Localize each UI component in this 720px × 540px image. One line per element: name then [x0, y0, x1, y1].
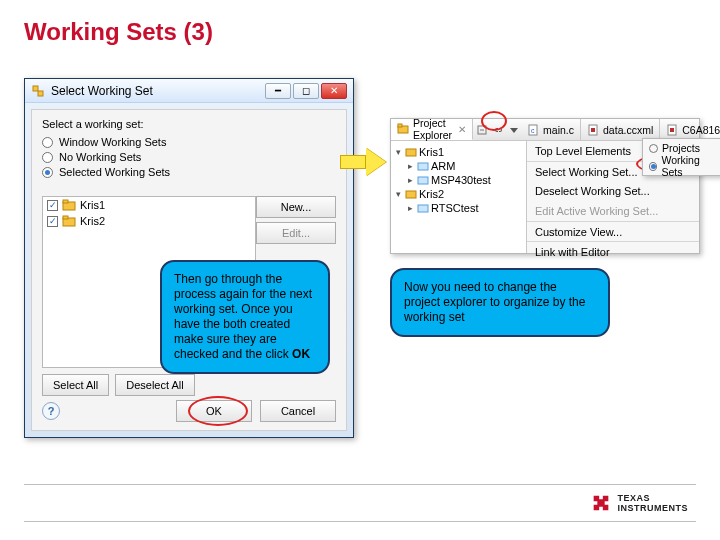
tree-node-kris2[interactable]: ▾ Kris2: [393, 187, 524, 201]
svg-rect-14: [591, 128, 595, 132]
dialog-titlebar: Select Working Set ━ ◻ ✕: [25, 79, 353, 103]
link-editor-icon[interactable]: [491, 123, 505, 137]
callout-left: Then go through the process again for th…: [160, 260, 330, 374]
radio-icon: [649, 144, 658, 153]
svg-text:c: c: [531, 127, 535, 134]
collapse-all-icon[interactable]: [475, 123, 489, 137]
tab-c6a8168-ccxml[interactable]: C6A8168.ccxml: [660, 119, 720, 140]
dialog-title: Select Working Set: [51, 84, 265, 98]
menu-label: Working Sets: [661, 154, 719, 178]
tree-label: MSP430test: [431, 174, 491, 186]
expander-icon[interactable]: ▾: [393, 189, 403, 199]
tree-node-msp430test[interactable]: ▸ MSP430test: [393, 173, 524, 187]
checkbox-icon[interactable]: [47, 200, 58, 211]
ccxml-file-icon: [587, 124, 599, 136]
expander-icon[interactable]: ▸: [405, 203, 415, 213]
radio-window-working-sets[interactable]: Window Working Sets: [42, 136, 336, 148]
c-file-icon: c: [527, 124, 539, 136]
list-item-label: Kris2: [80, 215, 105, 227]
tab-main-c[interactable]: c main.c: [521, 119, 581, 140]
expander-icon[interactable]: ▾: [393, 147, 403, 157]
slide-title: Working Sets (3): [24, 18, 213, 46]
tab-project-explorer[interactable]: Project Explorer ✕: [391, 119, 473, 140]
menu-label: Top Level Elements: [535, 145, 631, 157]
tree-label: Kris2: [419, 188, 444, 200]
edit-button: Edit...: [256, 222, 336, 244]
svg-rect-19: [418, 177, 428, 184]
slide-footer: TEXAS INSTRUMENTS: [24, 484, 696, 522]
radio-label: Window Working Sets: [59, 136, 166, 148]
menu-label: Customize View...: [535, 226, 622, 238]
menu-label: Link with Editor: [535, 246, 610, 258]
workingset-icon: [405, 188, 417, 200]
radio-icon: [42, 152, 53, 163]
workingset-icon: [62, 199, 76, 211]
svg-rect-5: [63, 216, 68, 219]
tree-label: Kris1: [419, 146, 444, 158]
window-minimize-button[interactable]: ━: [265, 83, 291, 99]
svg-marker-10: [510, 128, 518, 133]
deselect-all-button[interactable]: Deselect All: [115, 374, 194, 396]
tab-label: main.c: [543, 124, 574, 136]
svg-rect-21: [418, 205, 428, 212]
select-all-button[interactable]: Select All: [42, 374, 109, 396]
menu-edit-active-working-set: Edit Active Working Set...: [527, 201, 699, 221]
cancel-button[interactable]: Cancel: [260, 400, 336, 422]
radio-label: Selected Working Sets: [59, 166, 170, 178]
radio-no-working-sets[interactable]: No Working Sets: [42, 151, 336, 163]
tab-close-icon[interactable]: ✕: [458, 124, 466, 135]
ok-button[interactable]: OK: [176, 400, 252, 422]
submenu-working-sets[interactable]: Working Sets: [643, 157, 720, 175]
brand-line1: TEXAS: [618, 493, 689, 503]
window-maximize-button[interactable]: ◻: [293, 83, 319, 99]
tab-label: data.ccxml: [603, 124, 653, 136]
menu-deselect-working-set[interactable]: Deselect Working Set...: [527, 181, 699, 201]
tab-label: C6A8168.ccxml: [682, 124, 720, 136]
top-level-elements-submenu: Projects Working Sets: [642, 138, 720, 176]
window-close-button[interactable]: ✕: [321, 83, 347, 99]
tree-label: RTSCtest: [431, 202, 478, 214]
workingset-icon: [405, 146, 417, 158]
list-item[interactable]: Kris1: [43, 197, 255, 213]
project-icon: [417, 160, 429, 172]
ccxml-file-icon: [666, 124, 678, 136]
svg-rect-18: [418, 163, 428, 170]
svg-rect-1: [38, 91, 43, 96]
menu-link-with-editor[interactable]: Link with Editor: [527, 241, 699, 261]
tab-label: Project Explorer: [413, 117, 452, 141]
menu-label: Edit Active Working Set...: [535, 205, 658, 217]
tree-node-rtsctest[interactable]: ▸ RTSCtest: [393, 201, 524, 215]
expander-icon[interactable]: ▸: [405, 161, 415, 171]
radio-label: No Working Sets: [59, 151, 141, 163]
radio-selected-working-sets[interactable]: Selected Working Sets: [42, 166, 336, 178]
radio-icon: [42, 167, 53, 178]
section-label: Select a working set:: [42, 118, 336, 130]
list-item[interactable]: Kris2: [43, 213, 255, 229]
project-tree[interactable]: ▾ Kris1 ▸ ARM ▸ MSP430test: [391, 141, 527, 253]
help-icon[interactable]: ?: [42, 402, 60, 420]
brand-line2: INSTRUMENTS: [618, 503, 689, 513]
folder-tree-icon: [397, 123, 409, 135]
window-icon: [31, 84, 45, 98]
svg-rect-7: [398, 124, 402, 127]
tree-label: ARM: [431, 160, 455, 172]
project-icon: [417, 174, 429, 186]
ti-logo-icon: [590, 492, 612, 514]
tab-data-ccxml[interactable]: data.ccxml: [581, 119, 660, 140]
checkbox-icon[interactable]: [47, 216, 58, 227]
view-menu-icon[interactable]: [507, 123, 521, 137]
arrow-icon: [340, 148, 390, 176]
callout-right: Now you need to change the project explo…: [390, 268, 610, 337]
svg-rect-0: [33, 86, 38, 91]
svg-rect-16: [670, 128, 674, 132]
tree-node-arm[interactable]: ▸ ARM: [393, 159, 524, 173]
new-button[interactable]: New...: [256, 196, 336, 218]
menu-customize-view[interactable]: Customize View...: [527, 221, 699, 241]
radio-icon: [649, 162, 657, 171]
svg-rect-20: [406, 191, 416, 198]
expander-icon[interactable]: ▸: [405, 175, 415, 185]
workingset-icon: [62, 215, 76, 227]
list-item-label: Kris1: [80, 199, 105, 211]
tree-node-kris1[interactable]: ▾ Kris1: [393, 145, 524, 159]
project-icon: [417, 202, 429, 214]
